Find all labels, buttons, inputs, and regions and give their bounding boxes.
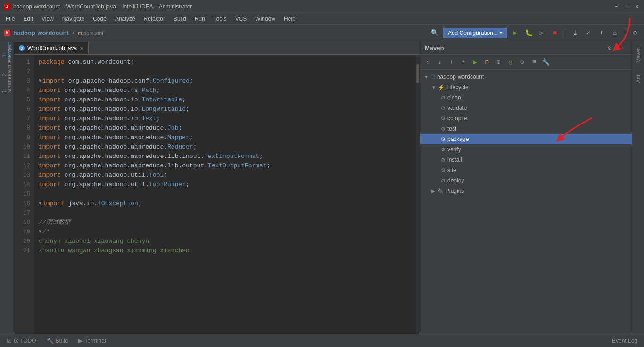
maven-download-btn[interactable]: ⬇ <box>446 57 457 67</box>
tree-item-package[interactable]: ⚙ package <box>420 134 632 144</box>
code-editor[interactable]: 12345 678910 1112131415 1617181920 21 pa… <box>14 55 420 334</box>
menu-file[interactable]: File <box>2 15 18 23</box>
menu-navigate[interactable]: Navigate <box>58 15 88 23</box>
tree-lifecycle[interactable]: ▼ ⚡ Lifecycle <box>420 82 632 92</box>
add-configuration-button[interactable]: Add Configuration... ▾ <box>443 28 507 38</box>
maximize-button[interactable]: □ <box>623 3 630 10</box>
menu-refactor[interactable]: Refactor <box>140 15 169 23</box>
maven-grid-btn[interactable]: ⊞ <box>494 57 504 67</box>
menu-code[interactable]: Code <box>89 15 110 23</box>
code-line-18: //测试数据 <box>39 218 416 227</box>
lifecycle-label: Lifecycle <box>446 84 469 91</box>
project-icon: H <box>4 30 10 36</box>
code-line-11: import org.apache.hadoop.mapreduce.lib.i… <box>39 152 416 161</box>
fold-icon-19[interactable]: ▼ <box>39 227 41 237</box>
vcs-history-button[interactable]: ⌂ <box>610 28 620 38</box>
fold-icon-3[interactable]: ▼ <box>39 76 41 86</box>
menu-vcs[interactable]: VCS <box>231 15 251 23</box>
code-line-6: import org.apache.hadoop.io.LongWritable… <box>39 105 416 114</box>
tab-close-button[interactable]: ✕ <box>80 46 83 51</box>
maven-refresh-btn[interactable]: ↻ <box>423 57 433 67</box>
vtab-maven[interactable]: Maven <box>634 43 643 66</box>
maven-lines-btn[interactable]: ≡ <box>529 57 539 67</box>
pom-file-label: pom.xml <box>83 30 103 36</box>
tree-item-deploy[interactable]: ⚙ deploy <box>420 175 632 186</box>
maven-minus-btn[interactable]: ⊖ <box>517 57 528 67</box>
vcs-commit-button[interactable]: ✓ <box>583 28 594 38</box>
vtab-ant[interactable]: Ant <box>634 71 643 87</box>
tree-plugins[interactable]: ▶ 🔌 Plugins <box>420 186 632 196</box>
code-line-3: ▼ import org.apache.hadoop.conf.Configur… <box>39 76 416 86</box>
scrollbar[interactable] <box>416 55 420 334</box>
install-gear-icon: ⚙ <box>441 157 446 163</box>
deploy-gear-icon: ⚙ <box>441 178 446 184</box>
fold-icon-16[interactable]: ▼ <box>39 199 41 208</box>
right-vtabs: Maven Ant <box>632 41 644 334</box>
config-dropdown-icon: ▾ <box>500 30 502 35</box>
vcs-update-button[interactable]: ⤓ <box>570 28 580 38</box>
clean-gear-icon: ⚙ <box>441 95 446 101</box>
code-line-21: zhaoliu wangwu zhangsan xiaoming xiaoche… <box>39 246 416 256</box>
code-content[interactable]: package com.sun.wordcount; ▼ import org.… <box>34 55 416 334</box>
tree-item-test[interactable]: ⚙ test <box>420 124 632 134</box>
editor-area: J WordCountJob.java ✕ 12345 678910 11121… <box>14 41 420 334</box>
sidebar-favorites[interactable]: 2: Favorites <box>1 60 13 73</box>
maven-add-btn[interactable]: + <box>458 57 469 67</box>
tree-item-verify[interactable]: ⚙ verify <box>420 144 632 155</box>
pom-breadcrumb[interactable]: m pom.xml <box>78 30 103 36</box>
tab-build[interactable]: 🔨 Build <box>42 335 73 347</box>
tree-item-site[interactable]: ⚙ site <box>420 165 632 175</box>
tree-item-compile[interactable]: ⚙ compile <box>420 113 632 124</box>
site-gear-icon: ⚙ <box>441 167 446 174</box>
code-line-5: import org.apache.hadoop.io.IntWritable; <box>39 95 416 105</box>
maven-minimize-icon[interactable]: – <box>617 43 627 53</box>
lifecycle-icon: ⚡ <box>438 84 445 91</box>
tree-item-validate[interactable]: ⚙ validate <box>420 103 632 113</box>
tree-item-install[interactable]: ⚙ install <box>420 155 632 165</box>
maven-m-btn[interactable]: m <box>482 57 492 67</box>
menu-tools[interactable]: Tools <box>210 15 231 23</box>
maven-header: Maven ⚙ – <box>420 41 632 55</box>
plugins-label: Plugins <box>446 188 464 194</box>
vcs-push-button[interactable]: ⬆ <box>596 28 607 38</box>
menu-edit[interactable]: Edit <box>19 15 37 23</box>
close-button[interactable]: ✕ <box>634 3 640 10</box>
menu-analyze[interactable]: Analyze <box>111 15 139 23</box>
menu-view[interactable]: View <box>38 15 58 23</box>
maven-collapse-btn[interactable]: ↧ <box>435 57 445 67</box>
settings-button[interactable]: ⚙ <box>630 28 640 38</box>
menu-build[interactable]: Build <box>170 15 190 23</box>
tree-root[interactable]: ▼ ⬡ hadoop-wordcount <box>420 72 632 82</box>
tree-item-clean[interactable]: ⚙ clean <box>420 92 632 103</box>
menu-help[interactable]: Help <box>280 15 299 23</box>
package-label: package <box>447 136 469 142</box>
menu-window[interactable]: Window <box>251 15 279 23</box>
sidebar-project[interactable]: 1: Project <box>1 43 13 56</box>
terminal-icon: ▶ <box>78 338 83 344</box>
menu-run[interactable]: Run <box>191 15 209 23</box>
tab-terminal[interactable]: ▶ Terminal <box>74 335 110 347</box>
sidebar-structure[interactable]: 7: Structure <box>1 77 13 90</box>
root-label: hadoop-wordcount <box>437 74 484 80</box>
window-title: hadoop-wordcount – WordCountJob.java – I… <box>13 3 192 10</box>
build-label: Build <box>56 338 68 344</box>
debug-button[interactable]: 🐛 <box>523 28 534 38</box>
maven-run-btn[interactable]: ▶ <box>470 57 480 67</box>
tab-todo[interactable]: ☑ 6: TODO <box>2 335 41 347</box>
run-button[interactable]: ▶ <box>510 28 520 38</box>
run-with-coverage-button[interactable]: ▷ <box>537 28 547 38</box>
maven-settings-icon[interactable]: ⚙ <box>604 43 615 53</box>
minimize-button[interactable]: – <box>613 3 619 10</box>
tab-wordcountjob[interactable]: J WordCountJob.java ✕ <box>14 42 89 54</box>
code-line-17 <box>39 208 416 218</box>
scroll-thumb[interactable] <box>416 64 419 83</box>
event-log-tab[interactable]: Event Log <box>607 335 642 347</box>
package-gear-icon: ⚙ <box>441 136 446 142</box>
code-line-12: import org.apache.hadoop.mapreduce.lib.o… <box>39 161 416 171</box>
search-everywhere-icon[interactable]: 🔍 <box>429 28 440 38</box>
code-line-10: import org.apache.hadoop.mapreduce.Reduc… <box>39 142 416 152</box>
line-numbers: 12345 678910 1112131415 1617181920 21 <box>14 55 34 334</box>
maven-wrench-btn[interactable]: 🔧 <box>541 57 551 67</box>
maven-circle-btn[interactable]: ◎ <box>505 57 516 67</box>
stop-button[interactable]: ■ <box>550 28 560 38</box>
